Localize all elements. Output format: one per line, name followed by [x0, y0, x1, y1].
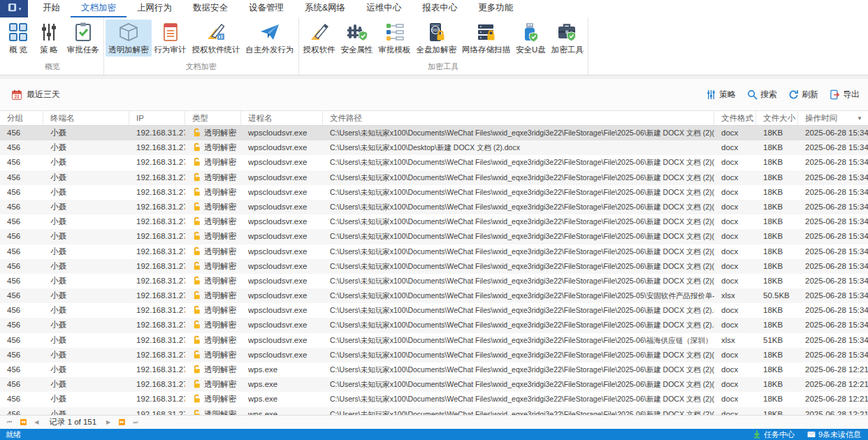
- table-row[interactable]: 456小聂192.168.31.27透明解密wpscloudsvr.exeC:\…: [0, 274, 868, 288]
- table-row[interactable]: 456小聂192.168.31.27透明解密wpscloudsvr.exeC:\…: [0, 244, 868, 259]
- table-row[interactable]: 456小聂192.168.31.27透明解密wpscloudsvr.exeC:\…: [0, 155, 868, 170]
- ribbon-item-server-lock[interactable]: 网络存储扫描: [459, 20, 513, 57]
- table-row[interactable]: 456小聂192.168.31.27透明解密wpscloudsvr.exeC:\…: [0, 170, 868, 185]
- column-header-7[interactable]: 文件大小: [756, 111, 798, 125]
- table-row[interactable]: 456小聂192.168.31.27透明解密wps.exeC:\Users\未知…: [0, 407, 868, 415]
- table-row[interactable]: 456小聂192.168.31.27透明解密wpscloudsvr.exeC:\…: [0, 229, 868, 244]
- cell-time: 2025-06-28 15:34:41: [798, 244, 868, 259]
- table-row[interactable]: 456小聂192.168.31.27透明解密wpscloudsvr.exeC:\…: [0, 126, 868, 140]
- action-search-button[interactable]: 搜索: [747, 89, 777, 101]
- cell-group: 456: [0, 333, 43, 348]
- cell-terminal: 小聂: [43, 126, 129, 140]
- menu-tab-8[interactable]: 更多功能: [468, 0, 523, 17]
- menu-tab-6[interactable]: 运维中心: [356, 0, 412, 17]
- column-header-1[interactable]: 终端名: [43, 111, 129, 125]
- cell-size: 18KB: [756, 348, 798, 362]
- table-row[interactable]: 456小聂192.168.31.27透明解密wpscloudsvr.exeC:\…: [0, 333, 868, 348]
- table-row[interactable]: 456小聂192.168.31.27透明解密wpscloudsvr.exeC:\…: [0, 318, 868, 332]
- pagination-first-button[interactable]: ⏮: [6, 419, 14, 426]
- cell-process: wpscloudsvr.exe: [241, 170, 323, 185]
- table-row[interactable]: 456小聂192.168.31.27透明解密wpscloudsvr.exeC:\…: [0, 140, 868, 155]
- cell-type: 透明解密: [185, 288, 241, 303]
- unread-messages-label: 9条未读信息: [818, 430, 861, 440]
- export-icon: [830, 89, 840, 100]
- cell-terminal: 小聂: [43, 140, 129, 155]
- column-header-6[interactable]: 文件格式: [714, 111, 756, 125]
- column-header-8[interactable]: 操作时间▼: [798, 111, 868, 125]
- lock-open-icon: [192, 305, 201, 318]
- cell-path: C:\Users\未知玩家x100\Documents\WeChat Files…: [323, 362, 714, 377]
- refresh-icon: [788, 89, 799, 100]
- server-lock-icon: [476, 22, 497, 43]
- ribbon-item-pencil-ruler[interactable]: 授权软件: [301, 20, 338, 57]
- table-row[interactable]: 456小聂192.168.31.27透明解密wps.exeC:\Users\未知…: [0, 392, 868, 406]
- table-row[interactable]: 456小聂192.168.31.27透明解密wps.exeC:\Users\未知…: [0, 362, 868, 377]
- action-refresh-button[interactable]: 刷新: [788, 89, 818, 101]
- table-row[interactable]: 456小聂192.168.31.27透明解密wpscloudsvr.exeC:\…: [0, 214, 868, 229]
- column-header-3[interactable]: 类型: [185, 111, 241, 125]
- date-filter-button[interactable]: 23 最近三天: [11, 89, 60, 101]
- unread-messages-button[interactable]: 9条未读信息: [807, 430, 861, 440]
- ribbon-item-label: 透明加解密: [108, 45, 149, 55]
- cell-time: 2025-06-28 15:34:41: [798, 288, 868, 303]
- cell-ip: 192.168.31.27: [129, 288, 185, 303]
- menu-tab-3[interactable]: 数据安全: [182, 0, 238, 17]
- cell-time: 2025-06-28 12:21:36: [798, 362, 868, 377]
- cell-ip: 192.168.31.27: [129, 244, 185, 259]
- menu-tab-0[interactable]: 开始: [32, 0, 71, 17]
- table-row[interactable]: 456小聂192.168.31.27透明解密wpscloudsvr.exeC:\…: [0, 259, 868, 274]
- menu-tab-4[interactable]: 设备管理: [238, 0, 294, 17]
- cell-group: 456: [0, 407, 43, 415]
- ribbon-group-label: 文档加密: [106, 60, 297, 75]
- ribbon-item-fence-shield[interactable]: 安全属性: [338, 20, 376, 57]
- task-center-button[interactable]: 任务中心: [753, 430, 795, 440]
- column-header-2[interactable]: IP: [129, 111, 185, 125]
- ribbon-item-paper-plane[interactable]: 自主外发行为: [243, 20, 297, 57]
- column-header-0[interactable]: 分组: [0, 111, 43, 125]
- table-row[interactable]: 456小聂192.168.31.27透明解密wpscloudsvr.exeC:\…: [0, 200, 868, 214]
- table-row[interactable]: 456小聂192.168.31.27透明解密wpscloudsvr.exeC:\…: [0, 185, 868, 200]
- ribbon-item-org-chart[interactable]: 审批模板: [376, 20, 414, 57]
- ribbon-item-grid[interactable]: 概 览: [3, 20, 34, 57]
- pagination-fast-prev-button[interactable]: ⏪: [18, 419, 29, 425]
- ribbon-item-sliders[interactable]: 策 略: [34, 20, 64, 57]
- cell-type: 透明解密: [185, 303, 241, 318]
- cell-format: docx: [714, 126, 756, 140]
- cell-size: 18KB: [756, 185, 798, 200]
- cell-format: docx: [714, 229, 756, 244]
- menu-tab-1[interactable]: 文档加密: [71, 0, 126, 17]
- cell-size: 18KB: [756, 229, 798, 244]
- ribbon-item-pencil-stats[interactable]: 授权软件统计: [189, 20, 243, 57]
- column-header-4[interactable]: 进程名: [241, 111, 323, 125]
- ribbon-item-label: 全盘加解密: [417, 45, 457, 55]
- menu-tab-2[interactable]: 上网行为: [126, 0, 182, 17]
- table-row[interactable]: 456小聂192.168.31.27透明解密wpscloudsvr.exeC:\…: [0, 303, 868, 318]
- pagination-fast-next-button[interactable]: ⏩: [117, 419, 127, 425]
- cell-type: 透明解密: [185, 244, 241, 259]
- pagination-next-button[interactable]: ▶: [105, 419, 113, 425]
- table-row[interactable]: 456小聂192.168.31.27透明解密wpscloudsvr.exeC:\…: [0, 348, 868, 362]
- pagination-last-button[interactable]: ⏭: [131, 419, 140, 426]
- cell-size: 18KB: [756, 377, 798, 392]
- table-row[interactable]: 456小聂192.168.31.27透明解密wpscloudsvr.exeC:\…: [0, 288, 868, 303]
- action-sliders-blue-button[interactable]: 策略: [706, 89, 736, 101]
- ribbon-item-usb-shield[interactable]: 安全U盘: [513, 20, 549, 57]
- menu-tab-7[interactable]: 报表中心: [412, 0, 468, 17]
- ribbon-item-cube[interactable]: 透明加解密: [106, 20, 152, 57]
- ribbon-item-clipboard-check[interactable]: 审批任务: [64, 20, 102, 57]
- column-header-5[interactable]: 文件路径: [323, 111, 714, 125]
- ribbon-item-list-doc[interactable]: 行为审计: [152, 20, 189, 57]
- column-filter-dropdown-icon[interactable]: ▼: [857, 111, 862, 125]
- ribbon-item-ssd-lock[interactable]: SSD全盘加解密: [414, 20, 460, 57]
- app-menu-button[interactable]: ▾: [0, 0, 28, 17]
- table-row[interactable]: 456小聂192.168.31.27透明解密wps.exeC:\Users\未知…: [0, 377, 868, 392]
- menu-tab-5[interactable]: 系统&网络: [294, 0, 356, 17]
- ribbon-item-toolbox-shield[interactable]: 加密工具: [549, 20, 586, 57]
- action-export-button[interactable]: 导出: [830, 89, 860, 101]
- cell-type: 透明解密: [185, 126, 241, 140]
- cell-ip: 192.168.31.27: [129, 348, 185, 362]
- cell-path: C:\Users\未知玩家x100\Documents\WeChat Files…: [323, 333, 714, 348]
- cell-path: C:\Users\未知玩家x100\Documents\WeChat Files…: [323, 170, 714, 185]
- pagination-prev-button[interactable]: ◀: [33, 419, 41, 425]
- cell-ip: 192.168.31.27: [129, 377, 185, 392]
